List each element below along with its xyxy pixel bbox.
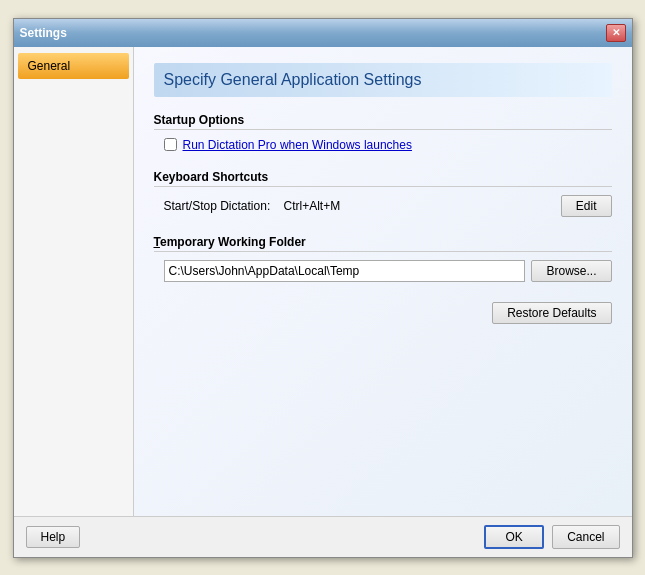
bottom-right-buttons: OK Cancel [484, 525, 619, 549]
bottom-bar: Help OK Cancel [14, 516, 632, 557]
close-button[interactable]: ✕ [606, 24, 626, 42]
restore-defaults-area: Restore Defaults [154, 302, 612, 324]
startup-checkbox-row: Run Dictation Pro when Windows launches [164, 138, 612, 152]
edit-button[interactable]: Edit [561, 195, 612, 217]
startup-checkbox-label[interactable]: Run Dictation Pro when Windows launches [183, 138, 412, 152]
content-title: Specify General Application Settings [154, 63, 612, 97]
folder-section-header: Temporary Working Folder [154, 235, 612, 252]
startup-checkbox[interactable] [164, 138, 177, 151]
startup-section: Startup Options Run Dictation Pro when W… [154, 113, 612, 152]
shortcut-value: Ctrl+Alt+M [284, 199, 551, 213]
restore-defaults-button[interactable]: Restore Defaults [492, 302, 611, 324]
sidebar-item-label: General [28, 59, 71, 73]
title-bar-buttons: ✕ [606, 24, 626, 42]
folder-section: Temporary Working Folder Browse... [154, 235, 612, 282]
folder-header-text: Temporary Working Folder [154, 235, 306, 249]
keyboard-header-text: Keyboard Shortcuts [154, 170, 269, 184]
sidebar-item-general[interactable]: General [18, 53, 129, 79]
keyboard-section-content: Start/Stop Dictation: Ctrl+Alt+M Edit [154, 195, 612, 217]
shortcut-row: Start/Stop Dictation: Ctrl+Alt+M Edit [164, 195, 612, 217]
browse-button[interactable]: Browse... [531, 260, 611, 282]
startup-header-text: Startup Options [154, 113, 245, 127]
cancel-button[interactable]: Cancel [552, 525, 619, 549]
startup-section-header: Startup Options [154, 113, 612, 130]
shortcut-row-label: Start/Stop Dictation: [164, 199, 274, 213]
keyboard-section: Keyboard Shortcuts Start/Stop Dictation:… [154, 170, 612, 217]
sidebar: General [14, 47, 134, 516]
folder-input[interactable] [164, 260, 526, 282]
startup-section-content: Run Dictation Pro when Windows launches [154, 138, 612, 152]
title-bar: Settings ✕ [14, 19, 632, 47]
window-body: General Specify General Application Sett… [14, 47, 632, 516]
window-title: Settings [20, 26, 67, 40]
content-area: Specify General Application Settings Sta… [134, 47, 632, 516]
ok-button[interactable]: OK [484, 525, 544, 549]
help-button[interactable]: Help [26, 526, 81, 548]
folder-row: Browse... [164, 260, 612, 282]
settings-window: Settings ✕ General Specify General Appli… [13, 18, 633, 558]
folder-section-content: Browse... [154, 260, 612, 282]
keyboard-section-header: Keyboard Shortcuts [154, 170, 612, 187]
